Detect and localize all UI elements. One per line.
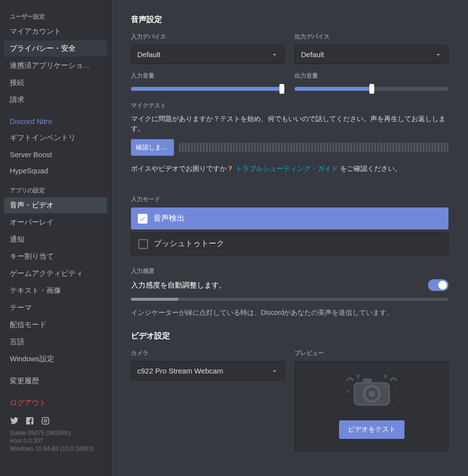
output-device-label: 出力デバイス <box>295 33 448 41</box>
settings-main: 音声設定 入力デバイス Default 出力デバイス Default 入力音量 … <box>111 0 468 476</box>
sidebar-item[interactable]: 変更履歴 <box>4 373 107 389</box>
camera-preview: ビデオをテスト <box>295 361 448 452</box>
sidebar-item[interactable]: 接続 <box>4 75 107 91</box>
camera-placeholder-icon <box>340 374 404 410</box>
video-settings-title: ビデオ設定 <box>131 331 448 341</box>
troubleshoot-link[interactable]: トラブルシューティング・ガイド <box>235 165 338 172</box>
chevron-down-icon <box>271 367 278 375</box>
sidebar-item[interactable]: 配信モード <box>4 317 107 333</box>
divider <box>131 184 448 185</box>
svg-point-6 <box>384 386 387 389</box>
sidebar-item[interactable]: HypeSquad <box>4 163 107 178</box>
svg-point-4 <box>368 391 375 397</box>
troubleshoot-line: ボイスやビデオでお困りですか？ トラブルシューティング・ガイド をご確認ください… <box>131 165 448 173</box>
mode-voice-detection[interactable]: 音声検出 <box>131 207 448 229</box>
sidebar-item[interactable]: Discord Nitro <box>4 114 107 129</box>
sensitivity-hint: インジケーターが緑に点灯している時は、Discordがあなたの美声を送信していま… <box>131 309 448 317</box>
auto-sensitivity-toggle[interactable] <box>428 279 448 291</box>
version-info: Stable 65075 (08159fc)Host 0.0.307Window… <box>4 428 107 454</box>
mic-test-button[interactable]: 確認しまし... <box>131 139 174 156</box>
svg-point-8 <box>346 399 347 400</box>
sidebar-item[interactable]: キー割り当て <box>4 248 107 265</box>
sidebar-item[interactable]: 言語 <box>4 334 107 350</box>
svg-point-7 <box>394 390 396 391</box>
output-device-select[interactable]: Default <box>295 45 448 64</box>
preview-label: プレビュー <box>295 349 448 357</box>
sidebar-item[interactable]: 連携済アプリケーショ... <box>4 58 107 74</box>
svg-rect-5 <box>362 379 372 383</box>
chevron-down-icon <box>271 51 278 59</box>
mic-test-label: マイクテスト <box>131 102 448 110</box>
sidebar-item[interactable]: テーマ <box>4 300 107 316</box>
social-row <box>4 412 107 428</box>
input-mode-label: 入力モード <box>131 195 448 204</box>
auto-sensitivity-label: 入力感度を自動調整します。 <box>131 281 226 290</box>
input-device-value: Default <box>137 50 161 59</box>
sidebar-item[interactable]: 通知 <box>4 231 107 248</box>
sidebar-item[interactable]: 音声・ビデオ <box>4 197 107 213</box>
sidebar-item[interactable]: テキスト・画像 <box>4 283 107 299</box>
output-device-value: Default <box>301 50 324 59</box>
camera-select[interactable]: c922 Pro Stream Webcam <box>131 361 285 380</box>
sidebar-item[interactable]: オーバーレイ <box>4 214 107 230</box>
sidebar-item[interactable]: ギフトインベントリ <box>4 130 107 146</box>
checkbox-empty-icon <box>138 239 148 249</box>
sidebar-item[interactable]: Windows設定 <box>4 351 107 367</box>
test-video-button[interactable]: ビデオをテスト <box>339 420 404 439</box>
mic-level-indicator <box>179 143 448 152</box>
output-volume-slider[interactable] <box>295 84 448 94</box>
sidebar-item[interactable]: ゲームアクティビティ <box>4 266 107 282</box>
voice-settings-title: 音声設定 <box>131 15 448 25</box>
chevron-down-icon <box>434 51 442 59</box>
checkbox-icon <box>138 214 148 224</box>
mode-push-to-talk[interactable]: プッシュトゥトーク <box>131 232 448 255</box>
logout-button[interactable]: ログアウト <box>4 395 107 411</box>
sidebar-item[interactable]: Server Boost <box>4 147 107 162</box>
camera-value: c922 Pro Stream Webcam <box>137 367 223 375</box>
sidebar-item[interactable]: 請求 <box>4 92 107 108</box>
input-device-select[interactable]: Default <box>131 45 285 64</box>
sensitivity-label: 入力感度 <box>131 267 448 275</box>
input-device-label: 入力デバイス <box>131 33 285 41</box>
sensitivity-indicator <box>131 298 448 301</box>
output-volume-label: 出力音量 <box>295 72 448 80</box>
camera-label: カメラ <box>131 349 285 357</box>
input-volume-slider[interactable] <box>131 84 285 94</box>
instagram-icon[interactable] <box>41 416 50 425</box>
input-volume-label: 入力音量 <box>131 72 285 80</box>
mic-test-description: マイクに問題がありますか？テストを始め、何でもいいので話してください。声を再生し… <box>131 114 448 133</box>
facebook-icon[interactable] <box>25 416 34 425</box>
sidebar-item[interactable]: プライバシー・安全 <box>4 41 107 57</box>
settings-sidebar: ユーザー設定マイアカウントプライバシー・安全連携済アプリケーショ...接続請求D… <box>0 0 111 476</box>
sidebar-header: アプリの設定 <box>4 184 107 197</box>
sidebar-header: ユーザー設定 <box>4 10 107 23</box>
twitter-icon[interactable] <box>10 416 19 425</box>
sidebar-item[interactable]: マイアカウント <box>4 23 107 40</box>
